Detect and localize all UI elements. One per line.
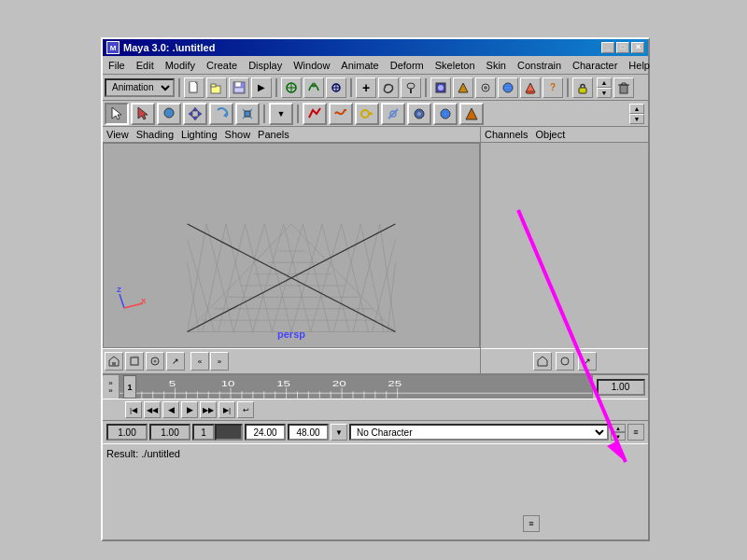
- timeline-track-area[interactable]: 1: [120, 375, 592, 399]
- toolbar2-separator-2: [297, 105, 299, 123]
- menu-file[interactable]: File: [103, 58, 131, 73]
- char-settings-btn[interactable]: ≡: [627, 424, 644, 441]
- svg-marker-35: [189, 111, 192, 117]
- anim-tangent-btn[interactable]: [381, 103, 405, 125]
- menu-modify[interactable]: Modify: [160, 58, 201, 73]
- scroll-up-btn[interactable]: ▲: [597, 77, 612, 88]
- tb-snap-curve-btn[interactable]: [303, 77, 324, 98]
- range-start-input[interactable]: [106, 424, 148, 441]
- tb-lock-btn[interactable]: [572, 77, 593, 98]
- prev-frame-fast-btn[interactable]: «: [190, 352, 209, 371]
- view-home-btn[interactable]: [105, 352, 123, 371]
- tb-snap-grid-btn[interactable]: [281, 77, 302, 98]
- tb-render-preview-btn[interactable]: [430, 77, 451, 98]
- timeline-ruler-svg: 5 10 15 20 25: [120, 375, 592, 399]
- toolbar-separator-5: [567, 78, 569, 97]
- minimize-button[interactable]: _: [601, 42, 614, 53]
- character-select[interactable]: No Character: [349, 424, 609, 441]
- tb-plus-btn[interactable]: +: [356, 77, 376, 98]
- menu-skeleton[interactable]: Skeleton: [430, 58, 481, 73]
- menu-deform[interactable]: Deform: [385, 58, 430, 73]
- tb-lasso-btn[interactable]: [378, 77, 399, 98]
- step-forward-btn[interactable]: ▶▶: [200, 401, 217, 418]
- close-button[interactable]: ✕: [631, 42, 644, 53]
- viewport-menu-lighting[interactable]: Lighting: [181, 129, 218, 140]
- tb-snap-point-btn[interactable]: [326, 77, 346, 98]
- tb-render-scene-btn[interactable]: [453, 77, 473, 98]
- paint-select-btn[interactable]: [157, 103, 181, 125]
- anim-key-btn[interactable]: [355, 103, 379, 125]
- lasso-select-btn[interactable]: [131, 103, 155, 125]
- tb-open-btn[interactable]: [206, 77, 227, 98]
- tb-paint-btn[interactable]: [401, 77, 421, 98]
- maximize-button[interactable]: □: [616, 42, 629, 53]
- svg-point-104: [561, 357, 569, 365]
- menu-window[interactable]: Window: [288, 58, 335, 73]
- menu-help[interactable]: Help: [623, 58, 655, 73]
- tb-cone-btn[interactable]: [520, 77, 541, 98]
- anim-curve-1-btn[interactable]: [303, 103, 327, 125]
- end-frame-input[interactable]: [245, 424, 286, 441]
- char-scroll-down[interactable]: ▼: [611, 432, 626, 441]
- viewport-menu-show[interactable]: Show: [225, 129, 251, 140]
- char-dropdown-arrow[interactable]: ▼: [331, 424, 347, 441]
- svg-line-93: [120, 294, 124, 308]
- menu-edit[interactable]: Edit: [131, 58, 160, 73]
- anim-skin-btn[interactable]: [407, 103, 431, 125]
- menu-animate[interactable]: Animate: [335, 58, 384, 73]
- animation-mode-select[interactable]: Animation Modeling Dynamics Rendering: [105, 78, 175, 97]
- go-to-end-btn[interactable]: ▶|: [218, 401, 235, 418]
- scale-tool-btn[interactable]: [235, 103, 260, 125]
- tool-dropdown-btn[interactable]: ▼: [269, 103, 293, 125]
- next-frame-fast-btn[interactable]: »: [210, 352, 229, 371]
- channel-home-btn[interactable]: [533, 352, 552, 371]
- window-controls: _ □ ✕: [601, 42, 644, 53]
- viewport-menu-view[interactable]: View: [106, 129, 129, 140]
- tb-help-btn[interactable]: ?: [543, 77, 563, 98]
- viewport-label: persp: [277, 329, 305, 340]
- rotate-tool-btn[interactable]: [209, 103, 233, 125]
- tb-render-settings-btn[interactable]: [475, 77, 496, 98]
- char-scroll-up[interactable]: ▲: [611, 424, 626, 432]
- tb-save-btn[interactable]: [229, 77, 249, 98]
- tb-arrow-btn[interactable]: ▶: [251, 77, 272, 98]
- go-to-start-btn[interactable]: |◀: [125, 401, 142, 418]
- viewport-canvas[interactable]: persp Z X: [103, 143, 480, 348]
- select-tool-btn[interactable]: [105, 103, 129, 125]
- toolbar2-scroll-down[interactable]: ▼: [629, 114, 644, 124]
- menu-create[interactable]: Create: [201, 58, 243, 73]
- view-perspective-btn[interactable]: [125, 352, 144, 371]
- toolbar2-scroll-up[interactable]: ▲: [629, 104, 644, 114]
- menu-skin[interactable]: Skin: [481, 58, 512, 73]
- status-icon[interactable]: ≡: [523, 515, 540, 532]
- tb-sphere-btn[interactable]: [498, 77, 518, 98]
- channel-settings-btn[interactable]: [556, 352, 574, 371]
- move-tool-btn[interactable]: [183, 103, 207, 125]
- object-menu[interactable]: Object: [535, 129, 565, 140]
- menu-constrain[interactable]: Constrain: [512, 58, 567, 73]
- step-back-btn[interactable]: ◀: [162, 401, 179, 418]
- title-bar: M Maya 3.0: .\untitled _ □ ✕: [103, 39, 648, 56]
- tb-new-btn[interactable]: [184, 77, 204, 98]
- prev-keyframe-btn[interactable]: ◀◀: [144, 401, 161, 418]
- viewport-menu-shading[interactable]: Shading: [136, 129, 174, 140]
- view-arrow-btn[interactable]: ↗: [166, 352, 185, 371]
- app-icon: M: [106, 41, 120, 54]
- loop-btn[interactable]: ↩: [237, 401, 254, 418]
- start-frame-input[interactable]: [149, 424, 190, 441]
- anim-sphere-btn[interactable]: [433, 103, 458, 125]
- channel-arrow-btn[interactable]: ↗: [578, 352, 597, 371]
- max-frame-input[interactable]: [288, 424, 329, 441]
- viewport-menu-panels[interactable]: Panels: [258, 129, 289, 140]
- menu-display[interactable]: Display: [243, 58, 288, 73]
- view-settings-btn[interactable]: [146, 352, 164, 371]
- anim-cone2-btn[interactable]: [459, 103, 484, 125]
- scroll-down-btn[interactable]: ▼: [597, 88, 612, 98]
- current-frame-input[interactable]: [192, 424, 215, 441]
- tb-trash-btn[interactable]: [613, 77, 634, 98]
- menu-character[interactable]: Character: [567, 58, 623, 73]
- time-input[interactable]: [597, 379, 645, 396]
- anim-curve-2-btn[interactable]: [329, 103, 353, 125]
- channels-menu[interactable]: Channels: [485, 129, 528, 140]
- play-forward-btn[interactable]: ▶: [181, 401, 198, 418]
